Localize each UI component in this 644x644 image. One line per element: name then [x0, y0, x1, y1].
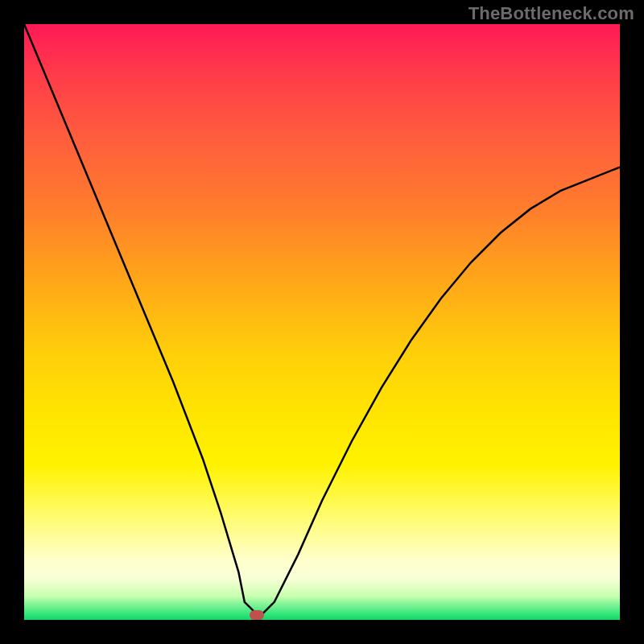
- plot-area: [24, 24, 620, 620]
- watermark-text: TheBottleneck.com: [469, 3, 634, 24]
- chart-frame: TheBottleneck.com: [0, 0, 644, 644]
- optimum-marker: [250, 610, 264, 620]
- bottleneck-curve: [24, 24, 620, 620]
